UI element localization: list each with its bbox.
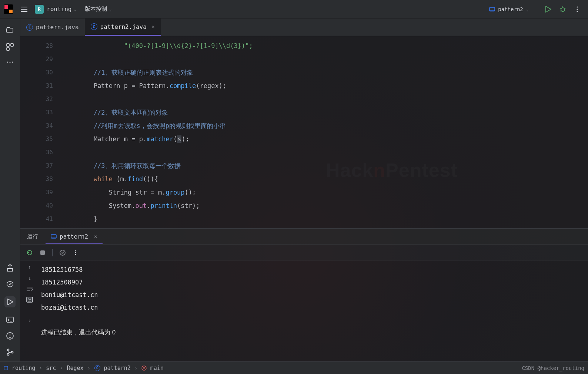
method-icon: m	[141, 365, 147, 371]
scroll-up-icon[interactable]: ↑	[28, 264, 31, 270]
svg-point-40	[75, 254, 76, 255]
run-config-selector[interactable]: pattern2 ⌄	[485, 5, 541, 14]
run-tool-window: 运行 pattern2 ✕	[20, 229, 588, 361]
code-line[interactable]: //利用m去读取s，会按照p的规则找里面的小串	[63, 119, 588, 132]
line-number: 40	[20, 199, 53, 212]
svg-rect-1	[4, 5, 8, 9]
svg-point-23	[12, 61, 13, 63]
editor-tab-pattern[interactable]: C pattern.java	[20, 18, 85, 36]
output-line: bozai@itcast.cn	[41, 301, 588, 314]
breadcrumb-separator-icon: ›	[134, 365, 138, 371]
expand-icon[interactable]: ›	[28, 317, 31, 323]
code-line[interactable]: while (m.find()){	[63, 172, 588, 186]
build-tool-icon[interactable]	[6, 264, 14, 272]
run-config-type-icon	[489, 6, 495, 12]
line-number: 32	[20, 92, 53, 106]
line-number: 34	[20, 119, 53, 132]
breadcrumb-item[interactable]: main	[150, 365, 164, 371]
problems-tool-icon[interactable]	[6, 332, 14, 340]
breadcrumb[interactable]: routing › src › Regex › C pattern2 › m m…	[4, 365, 164, 371]
breadcrumb-item[interactable]: pattern2	[104, 365, 131, 371]
left-toolbar	[0, 18, 20, 361]
code-area[interactable]: "(400-?[1-9]\\d{2}-?[1-9]\\d{3})"; //1、获…	[63, 36, 588, 228]
code-editor[interactable]: 2829303132333435363738394041 "(400-?[1-9…	[20, 36, 588, 229]
svg-line-11	[560, 8, 561, 9]
code-line[interactable]: Matcher m = p.matcher(s);	[63, 132, 588, 146]
svg-line-14	[565, 11, 565, 11]
more-actions-icon[interactable]	[574, 6, 581, 13]
breadcrumb-item[interactable]: Regex	[67, 365, 83, 371]
breadcrumb-item[interactable]: routing	[12, 365, 35, 371]
more-tools-icon[interactable]	[6, 61, 14, 64]
svg-point-39	[75, 252, 76, 253]
rerun-button[interactable]	[26, 249, 33, 256]
svg-point-21	[7, 61, 8, 63]
breadcrumb-item[interactable]: src	[46, 365, 56, 371]
vcs-dropdown-icon[interactable]: ⌄	[109, 7, 112, 12]
run-tab-label: pattern2	[60, 233, 88, 240]
code-line[interactable]: }	[63, 212, 588, 226]
svg-rect-36	[40, 250, 45, 255]
project-badge[interactable]: R	[35, 5, 44, 14]
project-name[interactable]: routing	[47, 6, 71, 13]
output-line: 18512508907	[41, 276, 588, 289]
stop-button[interactable]	[40, 250, 46, 256]
titlebar: R routing ⌄ 版本控制 ⌄ pattern2 ⌄	[0, 0, 588, 18]
run-tab-type-icon	[51, 233, 57, 239]
services-tool-icon[interactable]	[6, 280, 14, 288]
svg-point-38	[75, 250, 76, 251]
code-line[interactable]	[63, 92, 588, 106]
run-panel-title: 运行	[27, 233, 38, 240]
output-line: boniu@itcast.cn	[41, 289, 588, 301]
editor-tab-pattern2[interactable]: C pattern2.java ✕	[85, 18, 161, 36]
project-tool-icon[interactable]	[6, 25, 14, 33]
line-number: 39	[20, 186, 53, 199]
close-tab-icon[interactable]: ✕	[152, 24, 155, 30]
svg-point-17	[577, 11, 578, 12]
code-line[interactable]: String str = m.group();	[63, 186, 588, 199]
project-dropdown-icon[interactable]: ⌄	[74, 7, 76, 12]
structure-tool-icon[interactable]	[6, 43, 14, 51]
code-line[interactable]: Pattern p = Pattern.compile(regex);	[63, 79, 588, 92]
svg-rect-2	[9, 10, 13, 13]
code-line[interactable]: System.out.println(str);	[63, 199, 588, 212]
git-tool-icon[interactable]	[6, 348, 14, 356]
code-line[interactable]: //3、利用循环获取每一个数据	[63, 159, 588, 172]
run-tool-icon[interactable]	[4, 296, 16, 307]
java-class-icon: C	[26, 24, 33, 31]
svg-point-31	[7, 349, 9, 351]
run-side-toolbar: ↑ ↓ ›	[20, 260, 39, 361]
line-number: 28	[20, 39, 53, 53]
exit-code-button[interactable]	[59, 249, 66, 256]
line-number: 33	[20, 106, 53, 119]
run-more-icon[interactable]	[73, 250, 78, 256]
main-menu-icon[interactable]	[20, 5, 28, 13]
svg-rect-46	[4, 366, 8, 370]
svg-rect-18	[7, 44, 9, 46]
code-line[interactable]: "(400-?[1-9]\\d{2}-?[1-9]\\d{3})";	[63, 39, 588, 53]
debug-button[interactable]	[559, 6, 567, 13]
svg-point-9	[561, 8, 565, 11]
run-tab-pattern2[interactable]: pattern2 ✕	[46, 229, 103, 244]
scroll-to-end-icon[interactable]	[26, 297, 33, 303]
code-line[interactable]	[63, 53, 588, 66]
soft-wrap-icon[interactable]	[26, 286, 33, 292]
scroll-down-icon[interactable]: ↓	[28, 275, 31, 281]
code-line[interactable]	[63, 146, 588, 159]
code-line[interactable]: //1、获取正确的正则表达式的对象	[63, 66, 588, 79]
output-line: 进程已结束，退出代码为 0	[41, 326, 588, 339]
close-run-tab-icon[interactable]: ✕	[94, 233, 97, 239]
code-line[interactable]: //2、获取文本匹配的对象	[63, 106, 588, 119]
svg-point-30	[10, 337, 10, 338]
svg-text:m: m	[143, 366, 145, 370]
svg-point-15	[577, 6, 578, 7]
svg-marker-8	[546, 6, 551, 12]
terminal-tool-icon[interactable]	[6, 316, 14, 324]
line-number: 30	[20, 66, 53, 79]
vcs-menu[interactable]: 版本控制	[85, 6, 107, 13]
run-config-chevron-icon: ⌄	[526, 7, 529, 12]
line-number: 36	[20, 146, 53, 159]
breadcrumb-separator-icon: ›	[60, 365, 63, 371]
run-button[interactable]	[544, 6, 552, 13]
run-output[interactable]: 1851251675818512508907boniu@itcast.cnboz…	[39, 260, 588, 361]
